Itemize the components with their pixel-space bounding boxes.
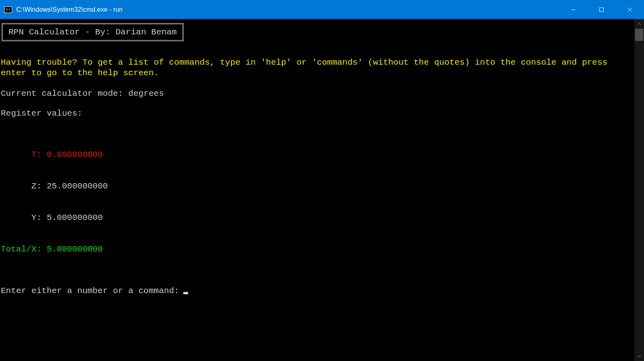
close-button[interactable] [616, 0, 644, 19]
window-controls [559, 0, 644, 19]
window-title: C:\Windows\System32\cmd.exe - run [16, 6, 559, 13]
maximize-icon [599, 7, 604, 12]
app-title: RPN Calculator - By: Darian Benam [8, 27, 177, 37]
mode-value: degrees [128, 89, 164, 98]
register-y: Y: 5.000000000 [1, 213, 643, 223]
prompt-text: Enter either a number or a command: [1, 286, 179, 296]
register-z: Z: 25.000000000 [1, 181, 643, 192]
help-message: Having trouble? To get a list of command… [1, 57, 643, 78]
window-titlebar: C:\ C:\Windows\System32\cmd.exe - run [0, 0, 644, 19]
mode-label: Current calculator mode: [1, 89, 128, 98]
cursor-icon [183, 292, 188, 294]
console-output[interactable]: RPN Calculator - By: Darian Benam Having… [0, 19, 644, 361]
registers-block: T: 0.000000000 Z: 25.000000000 Y: 5.0000… [1, 129, 643, 276]
register-t: T: 0.000000000 [1, 150, 643, 160]
vertical-scrollbar[interactable] [634, 19, 644, 361]
cmd-icon: C:\ [4, 6, 12, 13]
mode-line: Current calculator mode: degrees [1, 89, 643, 98]
registers-header: Register values: [1, 109, 643, 118]
scroll-track[interactable] [634, 29, 644, 351]
title-box: RPN Calculator - By: Darian Benam [2, 23, 184, 41]
minimize-icon [571, 7, 576, 12]
scroll-thumb[interactable] [635, 29, 643, 41]
close-icon [627, 7, 632, 12]
scroll-down-icon[interactable] [634, 351, 644, 361]
register-x: Total/X: 5.000000000 [1, 244, 643, 255]
input-prompt[interactable]: Enter either a number or a command: [1, 286, 643, 296]
scroll-up-icon[interactable] [634, 19, 644, 29]
maximize-button[interactable] [587, 0, 616, 19]
svg-rect-1 [600, 8, 604, 12]
minimize-button[interactable] [559, 0, 587, 19]
